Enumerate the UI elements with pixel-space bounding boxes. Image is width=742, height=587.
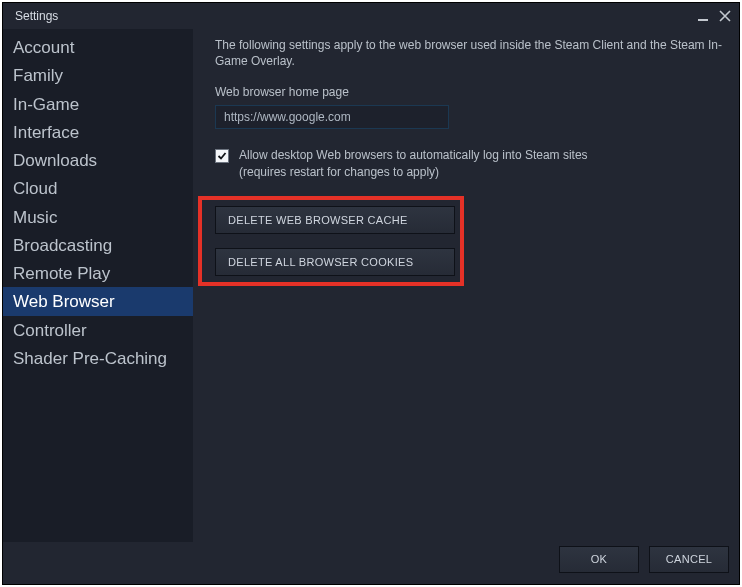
- checkmark-icon: [217, 151, 227, 161]
- sidebar-item-broadcasting[interactable]: Broadcasting: [3, 231, 193, 259]
- cancel-label: CANCEL: [666, 553, 712, 565]
- homepage-label: Web browser home page: [215, 85, 723, 99]
- dialog-footer: OK CANCEL: [3, 542, 739, 584]
- settings-content: The following settings apply to the web …: [193, 29, 739, 542]
- cancel-button[interactable]: CANCEL: [649, 546, 729, 573]
- delete-cookies-label: DELETE ALL BROWSER COOKIES: [228, 256, 413, 268]
- sidebar-item-interface[interactable]: Interface: [3, 118, 193, 146]
- delete-cookies-button[interactable]: DELETE ALL BROWSER COOKIES: [215, 248, 455, 276]
- sidebar-item-music[interactable]: Music: [3, 203, 193, 231]
- sidebar-item-family[interactable]: Family: [3, 61, 193, 89]
- delete-cache-button[interactable]: DELETE WEB BROWSER CACHE: [215, 206, 455, 234]
- close-button[interactable]: [719, 10, 731, 22]
- content-description: The following settings apply to the web …: [215, 37, 723, 69]
- sidebar-item-remote-play[interactable]: Remote Play: [3, 259, 193, 287]
- sidebar-item-shader-pre-caching[interactable]: Shader Pre-Caching: [3, 344, 193, 372]
- sidebar-item-in-game[interactable]: In-Game: [3, 90, 193, 118]
- sidebar-item-cloud[interactable]: Cloud: [3, 174, 193, 202]
- settings-sidebar: AccountFamilyIn-GameInterfaceDownloadsCl…: [3, 29, 193, 542]
- svg-rect-0: [698, 19, 708, 21]
- sidebar-item-account[interactable]: Account: [3, 33, 193, 61]
- ok-label: OK: [591, 553, 608, 565]
- sidebar-item-controller[interactable]: Controller: [3, 316, 193, 344]
- ok-button[interactable]: OK: [559, 546, 639, 573]
- window-controls: [697, 10, 731, 22]
- minimize-button[interactable]: [697, 10, 709, 22]
- window-title: Settings: [15, 9, 58, 23]
- titlebar: Settings: [3, 3, 739, 29]
- settings-window: Settings AccountFamilyIn-GameInterfaceDo…: [2, 2, 740, 585]
- homepage-input[interactable]: [215, 105, 449, 129]
- auto-login-label: Allow desktop Web browsers to automatica…: [239, 147, 588, 179]
- auto-login-checkbox[interactable]: [215, 149, 229, 163]
- sidebar-item-web-browser[interactable]: Web Browser: [3, 287, 193, 315]
- delete-cache-label: DELETE WEB BROWSER CACHE: [228, 214, 408, 226]
- sidebar-item-downloads[interactable]: Downloads: [3, 146, 193, 174]
